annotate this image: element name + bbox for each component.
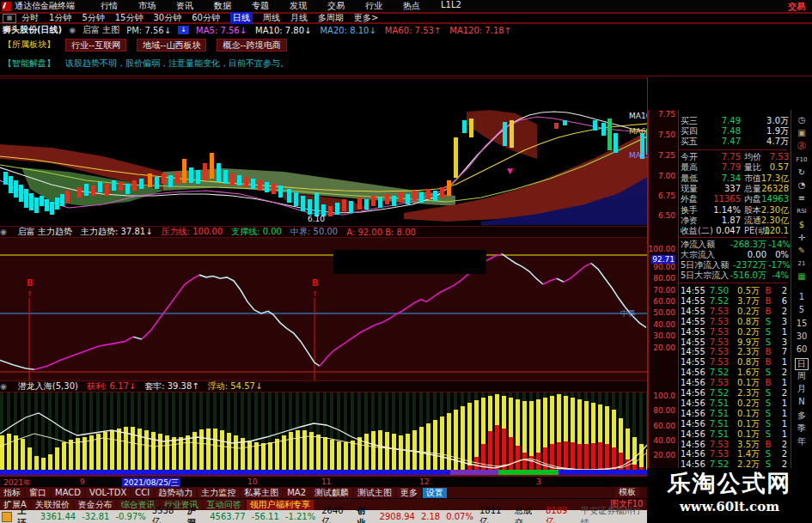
grid-icon[interactable]: ▦ — [3, 14, 16, 23]
period-tab-60分钟[interactable]: 60分钟 — [192, 12, 220, 24]
tab-领用户福利专享[interactable]: 领用户福利专享 — [247, 500, 314, 510]
tool-icon[interactable]: ◔ — [791, 180, 812, 191]
sidebar-period-日[interactable]: 日 — [795, 358, 809, 370]
template-button[interactable]: 模板 — [615, 487, 639, 497]
sidebar-period-月[interactable]: 月 — [791, 384, 812, 394]
sidebar-period-年[interactable]: 年 — [791, 436, 812, 447]
period-tab-周线[interactable]: 周线 — [263, 12, 280, 24]
tab-私募主图[interactable]: 私募主图 — [241, 488, 282, 498]
sidebar-period-30[interactable]: 30 — [791, 331, 812, 342]
tab-CCI[interactable]: CCI — [131, 488, 153, 498]
tick-row[interactable]: 14:557.530.8万B1 — [681, 357, 789, 368]
tab-更多[interactable]: 更多 — [397, 488, 421, 498]
main-candlestick-chart[interactable]: 6.10▼MA10MA60MA12 — [0, 77, 647, 225]
sidebar-period-季[interactable]: 季 — [791, 423, 812, 434]
tick-row[interactable]: 14:567.531.4万S2 — [681, 449, 789, 459]
connection-icon[interactable] — [2, 512, 12, 522]
tool-icon[interactable]: 21 — [791, 258, 812, 269]
tick-row[interactable]: 14:557.532.3万B7 — [681, 347, 789, 357]
tool-icon[interactable]: ◷ — [791, 115, 812, 125]
sector-chip-地域--山西板块[interactable]: 地域--山西板块 — [137, 39, 206, 52]
period-tab-30分钟[interactable]: 30分钟 — [153, 12, 181, 24]
menu-item-市场[interactable]: 市场 — [138, 0, 156, 12]
sidebar-period-15[interactable]: 15 — [791, 319, 812, 329]
tick-row[interactable]: 14:557.530.8万S3 — [681, 317, 789, 327]
menu-item-发现[interactable]: 发现 — [290, 0, 307, 12]
period-tab-日线[interactable]: 日线 — [230, 12, 253, 24]
tab-趋势动力[interactable]: 趋势动力 — [155, 488, 196, 498]
tick-row[interactable]: 14:567.530.1万B1 — [681, 378, 789, 388]
sector-chip-行业--互联网[interactable]: 行业--互联网 — [65, 39, 126, 52]
indicator-icon[interactable]: ◉ — [69, 26, 76, 34]
period-tab-分时[interactable]: 分时 — [21, 12, 39, 24]
sidebar-period-5[interactable]: 5 — [791, 305, 812, 315]
tab-指标[interactable]: 指标 — [0, 488, 24, 498]
menu-item-专题[interactable]: 专题 — [252, 0, 269, 12]
sidebar-period-1[interactable]: 1 — [791, 292, 812, 302]
tab-关联报价[interactable]: 关联报价 — [32, 500, 73, 510]
panel3-value: 套牢: 39.38↑ — [144, 380, 199, 392]
tab-MA2[interactable]: MA2 — [284, 488, 309, 498]
tick-row[interactable]: 14:567.510.1万S1 — [681, 429, 789, 440]
period-tab-1分钟[interactable]: 1分钟 — [49, 12, 71, 24]
menu-item-行情[interactable]: 行情 — [101, 0, 118, 12]
status-item[interactable]: 沪深 — [187, 505, 204, 523]
menu-item-交易[interactable]: 交易 — [327, 0, 345, 12]
rsi-icon[interactable]: RSI — [791, 206, 812, 216]
list-icon[interactable]: ≡ — [791, 193, 812, 204]
move-icon[interactable]: ✛ — [791, 233, 812, 243]
tick-row[interactable]: 14:567.510.2万S1 — [681, 398, 789, 409]
smart-text: 该股趋势不明，股价偏弱，注意量能变化，目前不宜参与。 — [65, 58, 289, 70]
money-icon[interactable]: $ — [791, 220, 812, 230]
main-trend-indicator-panel[interactable]: B↑B↑中界 — [0, 238, 647, 380]
tick-row[interactable]: 14:567.510.1万S1 — [681, 419, 789, 429]
menu-item-资讯[interactable]: 资讯 — [176, 0, 193, 12]
tab-互动问答[interactable]: 互动问答 — [204, 500, 245, 510]
sector-chip-概念--跨境电商[interactable]: 概念--跨境电商 — [217, 39, 286, 52]
period-tab-更多>[interactable]: 更多> — [354, 12, 378, 24]
cell: 2 — [775, 286, 787, 296]
tab-资金分布[interactable]: 资金分布 — [75, 500, 116, 510]
draw-icon[interactable]: ✎ — [791, 246, 812, 256]
menu-item-L1L2[interactable]: L1L2 — [441, 0, 461, 12]
period-tab-月线[interactable]: 月线 — [290, 12, 308, 24]
menu-item-行业[interactable]: 行业 — [365, 0, 382, 12]
tool-icon[interactable]: ▣ — [791, 128, 812, 138]
tab-设置[interactable]: 设置 — [423, 488, 447, 498]
tab-测试麒麟[interactable]: 测试麒麟 — [311, 488, 352, 498]
refresh-icon[interactable]: ↻ — [791, 167, 812, 178]
tick-row[interactable]: 14:567.533.5万B2 — [681, 440, 789, 450]
sidebar-period-周[interactable]: 周 — [791, 371, 812, 381]
tick-row[interactable]: 14:557.530.2万B2 — [681, 307, 789, 317]
indicator-icon[interactable]: ◉ — [0, 228, 7, 236]
tick-row[interactable]: 14:567.522.3万S2 — [681, 388, 789, 398]
tick-row[interactable]: 14:567.510.1万S1 — [681, 409, 789, 419]
tick-row[interactable]: 14:557.523.7万B6 — [681, 296, 789, 307]
period-tab-多周期[interactable]: 多周期 — [318, 12, 344, 24]
indicator-icon[interactable]: ◉ — [0, 382, 7, 391]
tick-row[interactable]: 14:557.539.9万S3 — [681, 338, 789, 348]
tick-row[interactable]: 14:557.530.2万S1 — [681, 327, 789, 338]
sidebar-period-N[interactable]: N — [791, 397, 812, 407]
status-item[interactable]: 创业 — [357, 505, 373, 523]
menu-item-数据[interactable]: 数据 — [214, 0, 231, 12]
status-item[interactable]: 上证 — [18, 505, 34, 523]
tab-VOL-TDX[interactable]: VOL-TDX — [86, 488, 130, 498]
tab-窗口[interactable]: 窗口 — [26, 488, 50, 498]
tick-row[interactable]: 14:557.500.5万B2 — [681, 286, 789, 296]
period-tab-5分钟[interactable]: 5分钟 — [82, 12, 104, 24]
qianlong-indicator-panel[interactable] — [0, 392, 647, 475]
trade-link[interactable]: 交易 — [788, 1, 805, 13]
tool-icon[interactable]: ▦ — [791, 271, 812, 282]
sidebar-period-多[interactable]: 多 — [791, 410, 812, 421]
sidebar-period-60[interactable]: 60 — [791, 344, 812, 355]
tab-测试主图[interactable]: 测试主图 — [354, 488, 395, 498]
tab-MACD[interactable]: MACD — [52, 488, 84, 498]
tab-主力监控[interactable]: 主力监控 — [198, 488, 239, 498]
menu-item-热点[interactable]: 热点 — [403, 0, 420, 12]
tool-icon[interactable]: ⓐ — [791, 141, 812, 151]
f10-icon[interactable]: F10 — [791, 155, 812, 165]
period-tab-15分钟[interactable]: 15分钟 — [115, 12, 143, 24]
tick-row[interactable]: 14:567.521.6万S2 — [681, 368, 789, 378]
flow-row: 净流入额-268.3万-14% — [681, 240, 789, 250]
